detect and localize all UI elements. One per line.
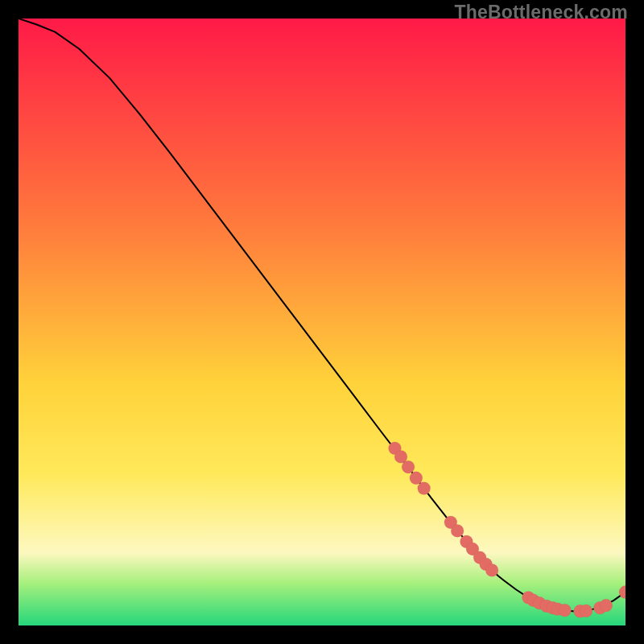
curve-overlay bbox=[19, 19, 625, 625]
data-dot bbox=[418, 482, 431, 495]
data-dot bbox=[559, 604, 572, 617]
curve-dots bbox=[389, 442, 625, 617]
chart-frame: TheBottleneck.com bbox=[0, 0, 644, 644]
data-dot bbox=[394, 450, 407, 463]
data-dot bbox=[485, 564, 498, 576]
data-dot bbox=[580, 605, 592, 617]
bottleneck-curve bbox=[19, 19, 625, 612]
data-dot bbox=[451, 524, 464, 537]
watermark-text: TheBottleneck.com bbox=[454, 2, 628, 23]
data-dot bbox=[600, 599, 613, 612]
data-dot bbox=[402, 460, 415, 473]
data-dot bbox=[410, 472, 423, 485]
plot-area bbox=[19, 19, 625, 625]
